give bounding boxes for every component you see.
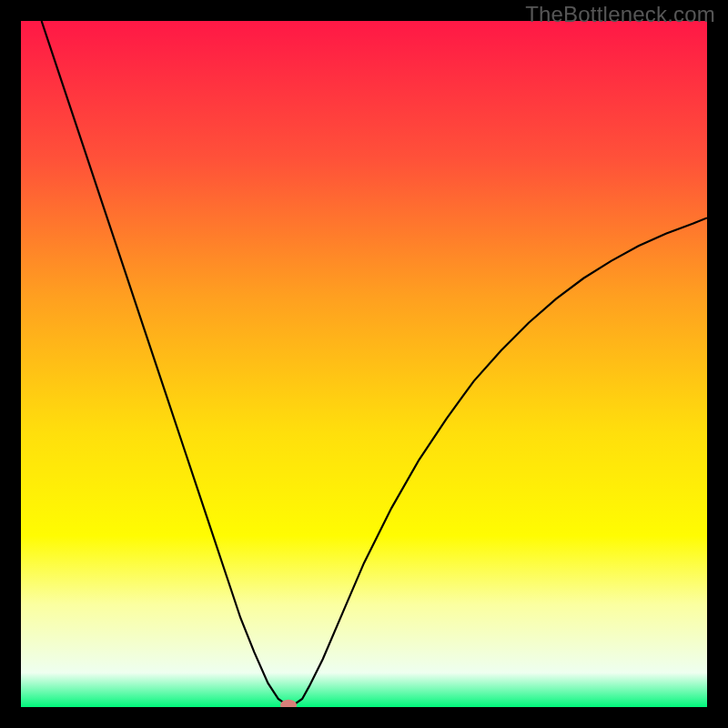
chart-background <box>21 21 707 707</box>
watermark-text: TheBottleneck.com <box>525 2 715 27</box>
chart-frame: TheBottleneck.com <box>0 0 728 728</box>
bottleneck-chart <box>21 21 707 707</box>
